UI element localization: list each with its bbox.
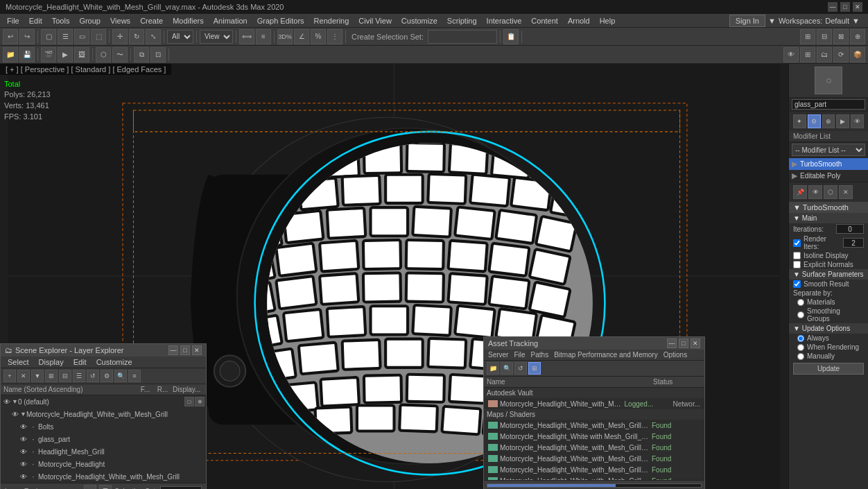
array-btn[interactable]: ⊟: [817, 29, 832, 44]
layer-item-0-default[interactable]: 👁 ▼ 0 (default) □ ❄: [1, 395, 206, 408]
menu-interactive[interactable]: Interactive: [483, 14, 526, 28]
manually-radio[interactable]: [797, 353, 804, 360]
render-frame-btn[interactable]: 🖼: [74, 47, 89, 62]
at-item-basecolor[interactable]: Motorcycle_Headlight_White_with_Mesh_Gri…: [484, 420, 704, 431]
percent-snap-btn[interactable]: %: [311, 29, 326, 44]
le-options-btn[interactable]: ⚙: [101, 370, 113, 382]
viewport-config-btn[interactable]: ⧉: [134, 47, 149, 62]
le-selection-input[interactable]: [160, 486, 202, 489]
viewport-layout-btn[interactable]: ⊡: [150, 47, 166, 62]
at-menu-file[interactable]: File: [514, 351, 525, 359]
create-selection-input[interactable]: [428, 30, 497, 44]
eye-icon-bolts[interactable]: 👁: [19, 423, 28, 431]
eye-icon-glass[interactable]: 👁: [19, 436, 28, 443]
menu-tools[interactable]: Tools: [48, 14, 74, 28]
le-footer-btn2[interactable]: ☰: [99, 485, 112, 489]
modifier-list-dropdown[interactable]: -- Modifier List --: [792, 144, 865, 156]
workspace-dropdown-icon[interactable]: ▼: [852, 17, 860, 25]
le-menu-select[interactable]: Select: [3, 357, 33, 367]
render-btn[interactable]: ▶: [58, 47, 73, 62]
menu-modifiers[interactable]: Modifiers: [168, 14, 208, 28]
scene-explorer-btn[interactable]: 🗂: [817, 47, 832, 62]
le-close-btn[interactable]: ✕: [192, 345, 202, 355]
layer-manager-btn[interactable]: ⊞: [800, 47, 815, 62]
motion-panel-btn[interactable]: ▶: [836, 114, 849, 128]
remove-modifier-btn[interactable]: ✕: [839, 185, 853, 199]
undo-btn[interactable]: ↩: [3, 29, 18, 44]
menu-customize[interactable]: Customize: [397, 14, 442, 28]
material-editor-btn[interactable]: ⬡: [96, 47, 111, 62]
isoline-checkbox[interactable]: [793, 252, 801, 259]
layer-item-mc-full[interactable]: 👁 · Motorcycle_Headlight_White_with_Mesh…: [1, 470, 206, 483]
le-footer-btn1[interactable]: 🗂: [84, 485, 96, 489]
render-iters-input[interactable]: [843, 238, 864, 248]
update-btn[interactable]: Update: [793, 363, 864, 375]
le-sync-btn[interactable]: ↺: [87, 370, 99, 382]
iterations-input[interactable]: [836, 224, 864, 234]
le-filter-btn[interactable]: ▼: [31, 370, 44, 382]
view-dropdown[interactable]: View: [200, 30, 233, 44]
menu-scripting[interactable]: Scripting: [443, 14, 481, 28]
at-item-roughness[interactable]: Motorcycle_Headlight_White_with_Mesh_Gri…: [484, 475, 704, 480]
vis-icon-render-0[interactable]: □: [184, 397, 194, 406]
display-panel-btn[interactable]: 👁: [851, 114, 864, 128]
eye-icon-hl[interactable]: 👁: [19, 461, 28, 468]
angle-snap-btn[interactable]: ∠: [294, 29, 309, 44]
mirror-btn2[interactable]: ⊞: [800, 29, 815, 44]
le-add-layer-btn[interactable]: +: [3, 370, 16, 382]
eye-icon-mesh[interactable]: 👁: [19, 448, 28, 456]
le-menu-customize[interactable]: Customize: [92, 357, 137, 367]
named-selections-btn[interactable]: 📋: [503, 29, 519, 44]
le-menu-display[interactable]: Display: [35, 357, 68, 367]
at-menu-options[interactable]: Options: [663, 351, 687, 359]
when-rendering-radio[interactable]: [797, 344, 804, 351]
smoothing-groups-radio[interactable]: [797, 311, 804, 318]
menu-help[interactable]: Help: [596, 14, 620, 28]
le-find-btn[interactable]: 🔍: [114, 370, 127, 382]
signin-button[interactable]: Sign In: [729, 15, 765, 27]
rotate-btn[interactable]: ↻: [129, 29, 144, 44]
clone-and-align-btn[interactable]: ⊕: [850, 29, 865, 44]
menu-arnold[interactable]: Arnold: [564, 14, 594, 28]
le-maximize-btn[interactable]: □: [180, 345, 190, 355]
select-object-btn[interactable]: ▢: [41, 29, 56, 44]
schematic-view-btn[interactable]: ⟳: [833, 47, 849, 62]
mirror-btn[interactable]: ⟺: [239, 29, 254, 44]
menu-create[interactable]: Create: [136, 14, 167, 28]
le-collapse-btn[interactable]: ⊟: [59, 370, 71, 382]
menu-views[interactable]: Views: [106, 14, 134, 28]
minimize-btn[interactable]: —: [828, 2, 837, 12]
layer-item-bolts[interactable]: 👁 · Bolts: [1, 420, 206, 433]
explicit-normals-checkbox[interactable]: [793, 261, 801, 268]
menu-animation[interactable]: Animation: [209, 14, 252, 28]
expand-icon-mc[interactable]: ▼: [20, 411, 26, 418]
menu-content[interactable]: Content: [527, 14, 562, 28]
at-menu-bitmap[interactable]: Bitmap Performance and Memory: [554, 351, 658, 359]
at-tb-3[interactable]: ↺: [514, 362, 527, 375]
object-name-input[interactable]: [792, 99, 865, 110]
at-item-max-file[interactable]: Motorcycle_Headlight_White_with_Mesh_Gri…: [484, 398, 704, 409]
filter-dropdown[interactable]: All: [167, 30, 193, 44]
eye-icon-0[interactable]: 👁: [2, 398, 12, 406]
3d-snap-btn[interactable]: 3D%: [277, 29, 293, 44]
modifier-turbosmooth[interactable]: ▶ TurboSmooth: [789, 158, 868, 170]
at-close-btn[interactable]: ✕: [691, 338, 700, 348]
pin-stack-btn[interactable]: 📌: [793, 185, 807, 199]
le-more-btn[interactable]: ≡: [128, 370, 141, 382]
close-btn[interactable]: ✕: [853, 2, 862, 12]
menu-graph-editors[interactable]: Graph Editors: [253, 14, 309, 28]
maximize-btn[interactable]: □: [840, 2, 850, 12]
at-tb-2[interactable]: 🔍: [501, 362, 513, 375]
select-region-btn[interactable]: ▭: [74, 29, 89, 44]
layer-item-mc-group[interactable]: 👁 ▼ Motorcycle_Headlight_White_with_Mesh…: [1, 408, 206, 420]
materials-radio[interactable]: [797, 299, 804, 306]
eye-icon-mcf[interactable]: 👁: [19, 473, 28, 481]
at-menu-paths[interactable]: Paths: [531, 351, 549, 359]
always-radio[interactable]: [797, 335, 804, 342]
menu-rendering[interactable]: Rendering: [310, 14, 354, 28]
redo-btn[interactable]: ↪: [19, 29, 35, 44]
at-item-refraction[interactable]: Motorcycle_Headlight_White_with_Mesh_Gri…: [484, 464, 704, 475]
le-select-all-btn[interactable]: ☰: [73, 370, 85, 382]
signin-dropdown-icon[interactable]: ▼: [768, 17, 776, 25]
main-section[interactable]: ▼ Main: [789, 213, 868, 223]
